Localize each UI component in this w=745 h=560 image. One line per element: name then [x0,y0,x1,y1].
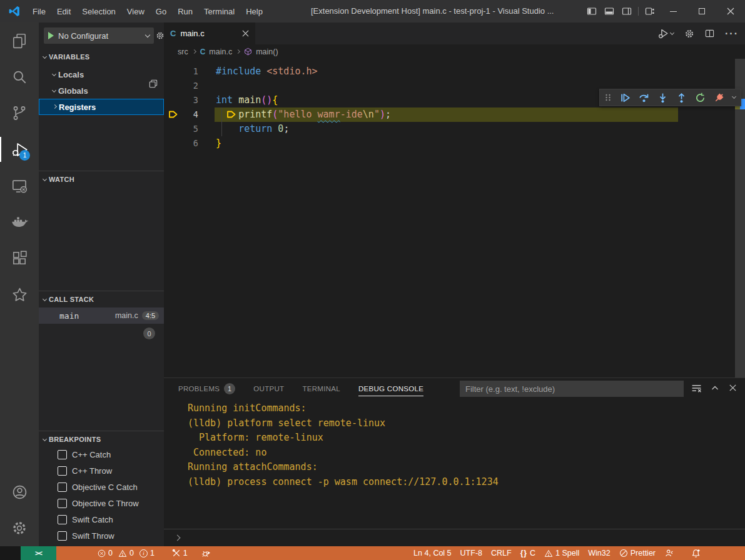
call-stack-frame-row[interactable]: main main.c 4:5 [39,308,164,324]
eol-indicator[interactable]: CRLF [487,546,516,560]
breadcrumb-folder[interactable]: src [178,48,188,56]
breadcrumb-file[interactable]: main.c [209,48,232,56]
source-control-icon[interactable] [0,95,39,131]
clear-console-icon[interactable] [691,383,702,394]
continue-button[interactable] [620,92,631,103]
toggle-sidebar-icon[interactable] [583,0,601,22]
watch-section-header[interactable]: WATCH [39,172,164,186]
menu-file[interactable]: File [27,0,51,22]
restart-button[interactable] [695,92,706,103]
menu-view[interactable]: View [121,0,150,22]
accounts-icon[interactable] [0,474,39,510]
breakpoint-checkbox[interactable] [58,499,67,508]
cursor-position[interactable]: Ln 4, Col 5 [409,546,455,560]
close-button[interactable] [716,0,745,22]
notifications-bell-icon[interactable] [687,546,705,560]
breakpoint-checkbox[interactable] [58,482,67,492]
panel-tab-output[interactable]: OUTPUT [253,378,284,399]
toggle-secondary-sidebar-icon[interactable] [618,0,636,22]
problems-status-item[interactable]: 0 0 i 1 [93,546,159,560]
code-line-1[interactable]: 1#include <stdio.h> [164,64,735,79]
more-actions-icon[interactable]: ··· [725,28,739,39]
menu-selection[interactable]: Selection [76,0,121,22]
chevron-down-icon [670,30,674,34]
spell-checker-status[interactable]: 1 Spell [540,546,584,560]
disconnect-button[interactable] [714,92,724,103]
code-line-4[interactable]: 4 printf("hello wamr-ide\n"); [164,108,735,122]
breakpoint-checkbox[interactable] [58,466,67,476]
breakpoint-checkbox[interactable] [58,515,67,524]
breadcrumb-symbol[interactable]: main() [256,48,278,56]
breakpoint-row[interactable]: Objective C Catch [39,479,164,495]
feedback-icon[interactable] [660,546,678,560]
code-line-6[interactable]: 6} [164,136,735,151]
run-and-debug-icon[interactable]: 1 [0,131,39,168]
customize-layout-icon[interactable] [641,0,659,22]
tab-close-icon[interactable] [242,30,249,37]
debug-config-dropdown[interactable]: No Configurat [44,28,154,44]
toggle-panel-icon[interactable] [601,0,618,22]
breakpoint-row[interactable]: C++ Throw [39,462,164,479]
code-line-5[interactable]: 5 return 0; [164,122,735,136]
debug-console-input[interactable] [164,529,745,546]
variables-section-header[interactable]: VARIABLES [39,50,164,64]
remote-indicator[interactable]: >< [21,546,56,560]
breakpoint-row[interactable]: Objective C Throw [39,495,164,511]
star-icon[interactable] [0,276,39,312]
line-number[interactable]: 6 [181,136,198,151]
explorer-icon[interactable] [0,22,39,59]
panel-tab-problems[interactable]: PROBLEMS1 [178,378,235,399]
code-editor[interactable]: 1#include <stdio.h>23int main(){4 printf… [164,59,745,378]
maximize-panel-icon[interactable] [710,383,720,394]
start-debug-icon[interactable] [48,32,54,39]
run-or-debug-button[interactable] [658,28,674,39]
split-editor-icon[interactable] [705,29,714,38]
panel-tab-debug-console[interactable]: DEBUG CONSOLE [358,378,423,399]
menu-run[interactable]: Run [172,0,198,22]
encoding-indicator[interactable]: UTF-8 [456,546,487,560]
menu-edit[interactable]: Edit [51,0,76,22]
breakpoint-row[interactable]: Swift Throw [39,528,164,544]
search-icon[interactable] [0,59,39,95]
variables-item-locals[interactable]: Locals [39,66,164,82]
line-number[interactable]: 1 [181,64,198,79]
close-panel-icon[interactable] [728,383,737,394]
line-number[interactable]: 4 [181,108,198,122]
platform-indicator[interactable]: Win32 [584,546,614,560]
step-over-button[interactable] [639,92,649,103]
language-mode[interactable]: {} C [516,546,540,560]
toolchain-status-item[interactable]: 1 [168,546,192,560]
menu-go[interactable]: Go [150,0,172,22]
breakpoint-row[interactable]: Swift Catch [39,511,164,528]
remote-explorer-icon[interactable] [0,168,39,204]
step-out-button[interactable] [676,92,687,103]
docker-icon[interactable] [0,204,39,240]
extensions-icon[interactable] [0,240,39,276]
minimize-button[interactable] [659,0,687,22]
panel-tab-terminal[interactable]: TERMINAL [302,378,340,399]
debug-settings-gear-icon[interactable] [156,31,165,40]
breakpoints-section-header[interactable]: BREAKPOINTS [39,432,164,446]
breakpoint-checkbox[interactable] [58,531,67,541]
toolbar-drag-handle[interactable] [604,92,612,102]
manage-gear-icon[interactable] [0,510,39,546]
line-number[interactable]: 5 [181,122,198,136]
instruction-pointer-gutter-icon[interactable] [168,109,178,119]
variables-item-registers[interactable]: Registers [39,99,164,115]
menu-help[interactable]: Help [240,0,268,22]
menu-terminal[interactable]: Terminal [198,0,240,22]
line-number[interactable]: 2 [181,79,198,93]
line-number[interactable]: 3 [181,93,198,108]
formatter-status[interactable]: Prettier [615,546,660,560]
editor-settings-gear-icon[interactable] [684,29,694,39]
debug-console-filter-input[interactable] [460,381,684,397]
tab-main-c[interactable]: C main.c [164,22,255,44]
variables-item-globals[interactable]: Globals [39,82,164,99]
breakpoint-checkbox[interactable] [58,450,67,459]
call-stack-section-header[interactable]: CALL STACK Paused on st... [39,292,164,306]
step-into-button[interactable] [657,92,668,103]
maximize-button[interactable] [687,0,716,22]
breakpoint-row[interactable]: C++ Catch [39,446,164,462]
debug-status-item[interactable] [197,546,215,560]
chevron-down-icon[interactable] [732,94,736,99]
